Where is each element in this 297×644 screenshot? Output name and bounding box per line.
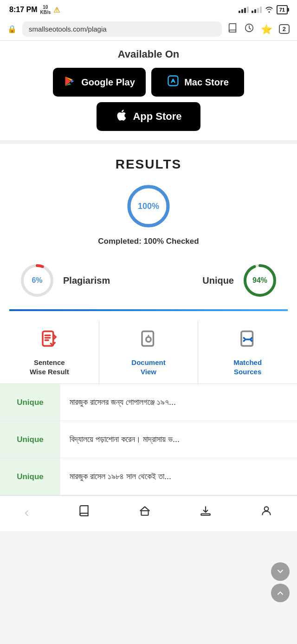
plagiarism-label: Plagiarism — [63, 275, 110, 286]
badge-text: Unique — [17, 435, 44, 444]
mac-store-label: Mac Store — [184, 77, 229, 88]
tab-sentence-wise[interactable]: SentenceWise Result — [0, 320, 99, 384]
plagiarism-circle: 6% — [19, 262, 56, 299]
status-time: 8:17 PM — [9, 6, 37, 14]
table-row: Unique বিদ্যালয়ে পড়াশোনা করেন। মাদ্রাস… — [0, 421, 297, 458]
browser-icons: ⭐ 2 — [227, 23, 290, 35]
refresh-icon[interactable] — [244, 23, 254, 35]
unique-circle: 94% — [241, 262, 278, 299]
app-store-button[interactable]: App Store — [97, 102, 200, 131]
svg-rect-16 — [141, 511, 148, 515]
progress-percent: 100% — [138, 202, 159, 211]
available-on-section: Available On Google Play — [0, 41, 297, 140]
unique-label: Unique — [202, 275, 234, 286]
blue-separator — [9, 309, 288, 311]
scroll-to-top[interactable] — [271, 584, 290, 602]
available-on-title: Available On — [9, 48, 288, 60]
bottom-navigation: ‹ — [0, 495, 297, 531]
tab-count[interactable]: 2 — [279, 24, 290, 34]
book-icon[interactable] — [227, 23, 238, 35]
document-view-label: DocumentView — [131, 358, 165, 376]
sentence-doc-icon — [39, 330, 59, 353]
google-play-label: Google Play — [81, 77, 135, 88]
tabs-section: SentenceWise Result DocumentView — [0, 320, 297, 384]
browser-bar: 🔒 smallseotools.com/plagia ⭐ 2 — [0, 18, 297, 41]
svg-rect-17 — [201, 514, 210, 515]
battery: 71 — [277, 5, 288, 14]
store-buttons-row: Google Play Mac Store — [9, 68, 288, 97]
bookmarks-button[interactable] — [71, 503, 97, 522]
results-title: RESULTS — [9, 157, 288, 172]
profile-button[interactable] — [253, 503, 280, 522]
google-play-icon — [64, 75, 77, 90]
app-store-row: App Store — [9, 102, 288, 131]
status-bar: 8:17 PM 10 KB/s ⚠ 71 — [0, 0, 297, 18]
progress-ring: 100% — [125, 183, 172, 229]
svg-point-18 — [265, 507, 269, 511]
apple-icon — [115, 109, 128, 124]
content-area: Available On Google Play — [0, 41, 297, 495]
main-progress-circle: 100% — [9, 183, 288, 229]
matched-sources-icon — [238, 330, 258, 353]
signal-bars-2 — [252, 7, 262, 13]
scroll-buttons — [271, 562, 290, 602]
home-button[interactable] — [131, 503, 158, 522]
result-text: বিদ্যালয়ে পড়াশোনা করেন। মাদ্রাসায় ভ..… — [60, 426, 297, 453]
unique-badge: Unique — [0, 384, 60, 421]
back-button[interactable]: ‹ — [17, 502, 37, 522]
lock-icon: 🔒 — [7, 25, 17, 33]
signal-bars — [239, 7, 249, 13]
table-row: Unique মারজুক রাসেল ১৯৮৪ সাল থেকেই তা... — [0, 458, 297, 495]
unique-percent: 94% — [252, 276, 267, 285]
document-view-icon — [139, 330, 158, 353]
scroll-to-bottom[interactable] — [271, 562, 290, 581]
result-text: মারজুক রাসেল ১৯৮৪ সাল থেকেই তা... — [60, 463, 297, 490]
unique-stat: Unique 94% — [202, 262, 278, 299]
mac-store-button[interactable]: Mac Store — [151, 68, 244, 97]
wifi-icon — [265, 6, 274, 14]
warn-icon: ⚠ — [53, 6, 60, 14]
sentence-wise-label: SentenceWise Result — [30, 358, 69, 376]
result-text: মারজুক রাসেলর জন্য গোপালগঞ্জে ১৯৭... — [60, 389, 297, 416]
tab-document-view[interactable]: DocumentView — [99, 320, 199, 384]
section-divider — [0, 140, 297, 144]
app-store-label: App Store — [133, 111, 181, 123]
unique-badge: Unique — [0, 458, 60, 495]
status-right: 71 — [239, 5, 288, 14]
table-row: Unique মারজুক রাসেলর জন্য গোপালগঞ্জে ১৯৭… — [0, 384, 297, 421]
badge-text: Unique — [17, 472, 44, 481]
stats-row: 6% Plagiarism Unique 94% — [9, 257, 288, 304]
tab-matched-sources[interactable]: MatchedSources — [198, 320, 297, 384]
star-icon[interactable]: ⭐ — [261, 24, 272, 35]
plagiarism-stat: 6% Plagiarism — [19, 262, 110, 299]
mac-store-icon — [167, 74, 180, 90]
google-play-button[interactable]: Google Play — [53, 68, 146, 97]
svg-rect-12 — [142, 332, 154, 346]
results-table: Unique মারজুক রাসেলর জন্য গোপালগঞ্জে ১৯৭… — [0, 384, 297, 495]
svg-point-13 — [146, 337, 151, 342]
url-bar[interactable]: smallseotools.com/plagia — [22, 21, 222, 37]
completed-text: Completed: 100% Checked — [9, 237, 288, 246]
unique-badge: Unique — [0, 421, 60, 458]
matched-sources-label: MatchedSources — [233, 358, 262, 376]
badge-text: Unique — [17, 398, 44, 407]
plagiarism-percent: 6% — [32, 276, 42, 285]
download-button[interactable] — [192, 503, 219, 522]
results-section: RESULTS 100% Completed: 100% Checked — [0, 144, 297, 320]
status-kb: 10 KB/s — [40, 5, 51, 15]
